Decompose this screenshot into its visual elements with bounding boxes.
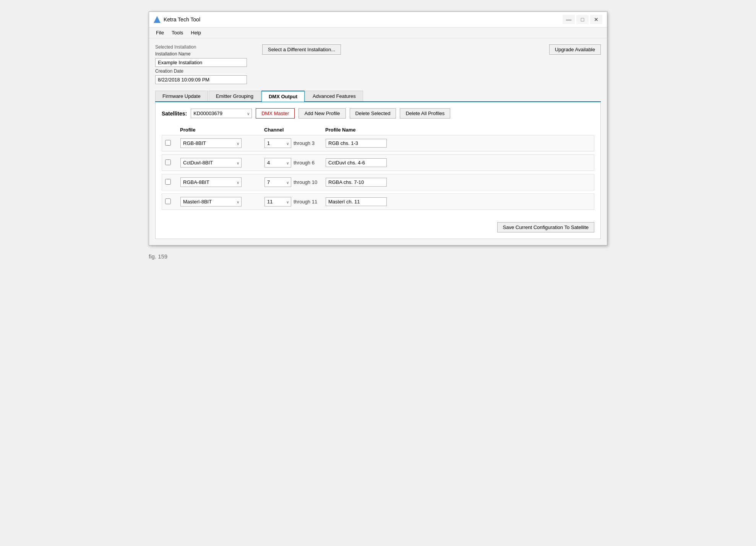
profile-type-select-wrapper: RGBA-8BIT — [180, 177, 242, 187]
table-row: RGB-8BIT 1 through 3 — [162, 135, 594, 151]
channel-start-select-wrapper: 7 — [264, 177, 291, 187]
menu-tools[interactable]: Tools — [168, 28, 187, 37]
window-title: Ketra Tech Tool — [164, 16, 200, 23]
tab-advanced-features[interactable]: Advanced Features — [305, 91, 363, 101]
profile-checkbox[interactable] — [165, 159, 171, 165]
satellite-select[interactable]: KD00003679 — [191, 109, 252, 118]
profile-type-select-wrapper: RGB-8BIT — [180, 138, 242, 148]
tab-emitter-grouping[interactable]: Emitter Grouping — [209, 91, 261, 101]
table-row: RGBA-8BIT 7 through 10 — [162, 174, 594, 190]
delete-selected-button[interactable]: Delete Selected — [350, 108, 396, 119]
table-header: Profile Channel Profile Name — [162, 125, 594, 135]
app-icon — [154, 16, 161, 23]
menu-help[interactable]: Help — [187, 28, 205, 37]
profile-name-input[interactable] — [326, 178, 387, 187]
row-profile-name-cell — [326, 197, 410, 206]
channel-start-select-wrapper: 4 — [264, 158, 291, 167]
row-profile-cell: RGB-8BIT — [180, 138, 264, 148]
menu-bar: File Tools Help — [149, 28, 607, 38]
row-profile-name-cell — [326, 158, 410, 167]
tab-dmx-output[interactable]: DMX Output — [261, 91, 305, 102]
figure-caption: fig. 159 — [149, 253, 607, 260]
profile-type-select[interactable]: MasterI-8BIT — [180, 197, 242, 206]
table-row: MasterI-8BIT 11 through 11 — [162, 193, 594, 210]
col-header-spacer — [409, 127, 591, 133]
satellite-select-wrapper: KD00003679 — [191, 109, 252, 118]
maximize-button[interactable]: □ — [576, 15, 589, 24]
row-profile-name-cell — [326, 178, 410, 187]
through-label: through 6 — [291, 160, 317, 166]
channel-start-select[interactable]: 1 — [264, 138, 291, 148]
installation-name-input[interactable] — [155, 58, 247, 67]
profile-name-input[interactable] — [326, 158, 387, 167]
row-checkbox-cell — [165, 140, 180, 147]
row-checkbox-cell — [165, 179, 180, 186]
row-profile-cell: RGBA-8BIT — [180, 177, 264, 187]
title-bar-controls: — □ ✕ — [563, 15, 602, 24]
minimize-button[interactable]: — — [563, 15, 575, 24]
profile-checkbox[interactable] — [165, 179, 171, 185]
creation-date-input[interactable] — [155, 75, 247, 84]
main-window: Ketra Tech Tool — □ ✕ File Tools Help Se… — [149, 11, 607, 245]
creation-date-label: Creation Date — [155, 68, 247, 74]
installation-left: Selected Installation Installation Name … — [155, 44, 247, 84]
title-bar-left: Ketra Tech Tool — [154, 16, 200, 23]
channel-start-select[interactable]: 11 — [264, 197, 291, 206]
panel-toolbar: Satellites: KD00003679 DMX Master Add Ne… — [162, 108, 594, 119]
channel-start-select[interactable]: 7 — [264, 177, 291, 187]
row-profile-cell: CctDuvI-8BIT — [180, 158, 264, 167]
profile-type-select[interactable]: CctDuvI-8BIT — [180, 158, 242, 167]
profile-checkbox[interactable] — [165, 140, 171, 146]
tabs-row: Firmware Update Emitter Grouping DMX Out… — [155, 90, 601, 102]
row-profile-name-cell — [326, 139, 410, 148]
row-channel-cell: 1 through 3 — [264, 138, 326, 148]
tab-firmware[interactable]: Firmware Update — [155, 91, 208, 101]
select-installation-button[interactable]: Select a Different Installation... — [262, 44, 341, 55]
save-config-button[interactable]: Save Current Configuration To Satellite — [497, 222, 595, 232]
profile-name-input[interactable] — [326, 197, 387, 206]
profile-type-select[interactable]: RGBA-8BIT — [180, 177, 242, 187]
save-row: Save Current Configuration To Satellite — [162, 219, 594, 232]
satellites-label: Satellites: — [162, 110, 187, 117]
row-profile-cell: MasterI-8BIT — [180, 197, 264, 206]
col-header-profile-name: Profile Name — [325, 127, 409, 133]
profile-rows: RGB-8BIT 1 through 3 — [162, 135, 594, 210]
profile-type-select[interactable]: RGB-8BIT — [180, 138, 242, 148]
selected-installation-label: Selected Installation — [155, 44, 247, 50]
row-checkbox-cell — [165, 159, 180, 166]
channel-start-select-wrapper: 1 — [264, 138, 291, 148]
title-bar: Ketra Tech Tool — □ ✕ — [149, 12, 607, 28]
upgrade-available-button[interactable]: Upgrade Available — [549, 44, 601, 55]
row-channel-cell: 7 through 10 — [264, 177, 326, 187]
delete-all-profiles-button[interactable]: Delete All Profiles — [400, 108, 450, 119]
dmx-master-button[interactable]: DMX Master — [256, 108, 295, 119]
installation-name-label: Installation Name — [155, 51, 247, 57]
table-row: CctDuvI-8BIT 4 through 6 — [162, 154, 594, 171]
row-channel-cell: 11 through 11 — [264, 197, 326, 206]
through-label: through 11 — [291, 199, 320, 205]
main-content: Selected Installation Installation Name … — [149, 38, 607, 245]
profile-name-input[interactable] — [326, 139, 387, 148]
through-label: through 10 — [291, 179, 320, 185]
menu-file[interactable]: File — [152, 28, 168, 37]
profile-type-select-wrapper: CctDuvI-8BIT — [180, 158, 242, 167]
col-header-profile: Profile — [180, 127, 264, 133]
profile-checkbox[interactable] — [165, 198, 171, 204]
close-button[interactable]: ✕ — [590, 15, 602, 24]
row-channel-cell: 4 through 6 — [264, 158, 326, 167]
profile-type-select-wrapper: MasterI-8BIT — [180, 197, 242, 206]
row-checkbox-cell — [165, 198, 180, 205]
col-header-check — [165, 127, 180, 133]
channel-start-select-wrapper: 11 — [264, 197, 291, 206]
add-new-profile-button[interactable]: Add New Profile — [299, 108, 346, 119]
through-label: through 3 — [291, 140, 317, 146]
installation-section: Selected Installation Installation Name … — [155, 44, 601, 84]
col-header-channel: Channel — [264, 127, 325, 133]
dmx-output-panel: Satellites: KD00003679 DMX Master Add Ne… — [155, 102, 601, 239]
channel-start-select[interactable]: 4 — [264, 158, 291, 167]
